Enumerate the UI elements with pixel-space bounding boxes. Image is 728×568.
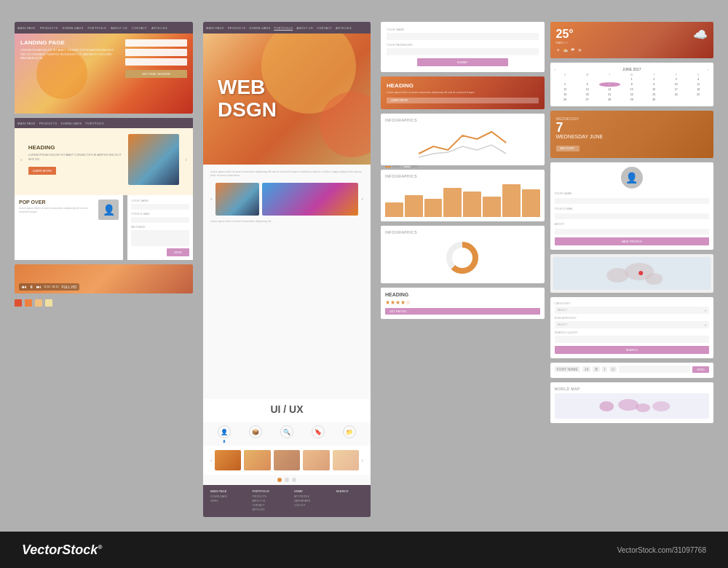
lp-nav-products[interactable]: PRODUCTS — [40, 26, 58, 30]
cal-d27[interactable]: 27 — [577, 98, 598, 102]
lp-nav-main[interactable]: MAIN PAGE — [17, 26, 36, 30]
lp-nav-portfolio[interactable]: PORTFOLIO — [87, 26, 106, 30]
cal-d30[interactable]: 30 — [644, 98, 665, 102]
mp-prev-arrow[interactable]: ‹ — [210, 196, 213, 202]
cal-d8[interactable]: 8 — [621, 82, 643, 87]
cal-d23[interactable]: 23 — [644, 92, 665, 97]
cal-d20[interactable]: 20 — [577, 92, 598, 97]
lp-nav2-portfolio[interactable]: PORTFOLIO — [85, 122, 104, 125]
save-profile-button[interactable]: SAVE PROFILE — [555, 237, 710, 245]
cal-d28[interactable]: 28 — [599, 98, 621, 102]
lp-name-input[interactable] — [125, 39, 187, 47]
profile-email-input[interactable] — [555, 213, 710, 219]
mp-play-button[interactable]: ⏮ — [22, 285, 26, 289]
cf-email-input[interactable] — [131, 217, 189, 223]
lp-nav-about[interactable]: ABOUT US — [111, 26, 127, 30]
mp-nav-products[interactable]: PRODUCTS — [228, 26, 246, 30]
learn-more-button[interactable]: LEARN MORE — [28, 167, 56, 175]
mp-nav-main[interactable]: MAIN PAGE — [206, 26, 224, 30]
lp-nav2-main[interactable]: MAIN PAGE — [17, 122, 36, 125]
profile-name-input[interactable] — [555, 198, 710, 204]
swatch-yellow[interactable] — [35, 299, 42, 307]
italic-button[interactable]: I — [602, 366, 607, 372]
category-select[interactable]: SELECT ▾ — [555, 307, 710, 314]
cal-d25[interactable]: 25 — [688, 92, 710, 97]
cal-d6[interactable]: 6 — [577, 82, 598, 87]
mp-nav-downloads[interactable]: DOWNLOADS — [250, 26, 271, 30]
search-button[interactable]: SEARCH — [555, 346, 710, 354]
swatch-orange[interactable] — [25, 299, 32, 307]
subcategory-select[interactable]: SELECT ▾ — [555, 321, 710, 328]
dot3[interactable] — [292, 478, 296, 482]
footer-item-about[interactable]: ABOUT US — [253, 500, 280, 502]
mp-pause-button[interactable]: ⏸ — [29, 285, 33, 289]
cf-name-input[interactable] — [131, 204, 189, 210]
cal-d14[interactable]: 14 — [599, 87, 621, 92]
cal-d2[interactable]: 2 — [644, 77, 665, 82]
login-submit-button[interactable]: SUBMIT — [417, 58, 508, 66]
underline-button[interactable]: U — [609, 366, 617, 372]
footer-item-logout[interactable]: LOG OUT — [294, 504, 322, 507]
mp-stop-button[interactable]: ⏭ — [36, 285, 41, 289]
cal-prev-arrow[interactable]: ‹ — [555, 67, 556, 71]
lp-nav2-products[interactable]: PRODUCTS — [39, 122, 58, 125]
font-size-input[interactable]: 14 — [582, 366, 591, 372]
cal-d5[interactable]: 5 — [555, 82, 577, 87]
bold-button[interactable]: B — [593, 366, 599, 372]
mp-icon-search[interactable]: 🔍 — [280, 425, 293, 443]
footer-item-products[interactable]: PRODUCTS — [253, 495, 280, 498]
cal-d3[interactable]: 3 — [665, 77, 687, 82]
footer-item-dashboard[interactable]: DASHBOARD — [294, 500, 322, 502]
cal-d24[interactable]: 24 — [665, 92, 687, 97]
hc-learn-more-button[interactable]: LEARN MORE — [387, 98, 539, 103]
mp-nav-portfolio[interactable]: PORTFOLIO — [274, 26, 293, 30]
cal-d10[interactable]: 10 — [665, 82, 687, 87]
cal-d12[interactable]: 12 — [555, 87, 577, 92]
lp-nav-downloads[interactable]: DOWNLOADS — [63, 26, 84, 30]
mp-icon-folder[interactable]: 📁 — [343, 425, 356, 443]
slider-prev-arrow[interactable]: ‹ — [210, 457, 213, 464]
cf-send-button[interactable]: SEND — [167, 248, 189, 256]
cal-d4[interactable]: 4 — [688, 77, 710, 82]
footer-item-myprofile[interactable]: MY PROFILE — [294, 495, 322, 498]
cal-d16[interactable]: 16 — [644, 87, 665, 92]
mp-next-arrow[interactable]: › — [361, 196, 363, 202]
font-selector[interactable]: FONT NAME — [555, 366, 580, 372]
te-send-button[interactable]: SEND — [692, 366, 709, 373]
mp-nav-articles[interactable]: ARTICLES — [336, 26, 352, 30]
cal-d11[interactable]: 11 — [688, 82, 710, 87]
te-text-input[interactable] — [619, 366, 690, 373]
footer-item-contact[interactable]: CONTACT — [253, 504, 280, 507]
cf-message-input[interactable] — [131, 230, 189, 246]
lp-nav2-downloads[interactable]: DOWNLOADS — [61, 122, 82, 125]
cal-next-arrow[interactable]: › — [708, 67, 709, 71]
lp-nav-articles[interactable]: ARTICLES — [151, 26, 167, 30]
mp-icon-profile[interactable]: 👤 👤 — [218, 425, 231, 443]
slider-next-arrow[interactable]: › — [361, 457, 363, 464]
footer-item-downloads[interactable]: DOWNLOADS — [210, 495, 238, 498]
lp-nav-contact[interactable]: CONTACT — [132, 26, 147, 30]
lp-cta-button[interactable]: GET FREE SESSION — [125, 70, 187, 78]
swatch-cream[interactable] — [45, 299, 52, 307]
cal-d9[interactable]: 9 — [644, 82, 665, 87]
prev-arrow-icon[interactable]: ‹ — [20, 157, 23, 163]
cal-d1[interactable]: 1 — [621, 77, 643, 82]
profile-about-input[interactable] — [555, 229, 710, 234]
lp-email-input[interactable] — [125, 49, 187, 56]
mp-nav-about[interactable]: ABOUT US — [296, 26, 313, 30]
swatch-red[interactable] — [15, 299, 22, 307]
set-rating-button[interactable]: SET RATING — [385, 308, 540, 315]
cal-d7-today[interactable]: 7 — [599, 82, 621, 87]
login-pw-input[interactable] — [387, 48, 539, 55]
footer-item-articles[interactable]: ARTICLES — [253, 508, 280, 511]
cal-d29[interactable]: 29 — [621, 98, 643, 102]
dot2[interactable] — [285, 478, 289, 482]
cal-d21[interactable]: 21 — [599, 92, 621, 97]
login-name-input[interactable] — [387, 33, 539, 40]
search-query-input[interactable] — [555, 336, 710, 343]
cal-d17[interactable]: 17 — [665, 87, 687, 92]
cal-d19[interactable]: 19 — [555, 92, 577, 97]
cal-d26[interactable]: 26 — [555, 98, 577, 102]
cal-d22[interactable]: 22 — [621, 92, 643, 97]
star-rating[interactable]: ★★★★☆ — [385, 299, 540, 306]
